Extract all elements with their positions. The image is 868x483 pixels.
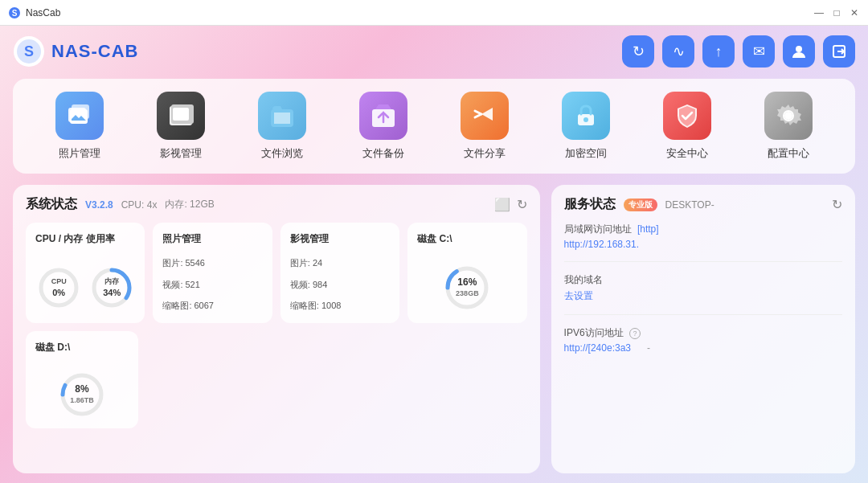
logo-area: S NAS-CAB xyxy=(13,35,138,68)
ipv6-help-icon[interactable]: ? xyxy=(629,328,641,339)
photos-stat-card: 照片管理 图片: 5546 视频: 521 缩略图: 6067 xyxy=(153,223,272,323)
app-item-files[interactable]: 文件浏览 xyxy=(250,92,314,161)
app-label-encrypt: 加密空间 xyxy=(565,146,607,161)
status-cpu-info: CPU: 4x xyxy=(121,199,158,211)
cpu-mem-title: CPU / 内存 使用率 xyxy=(35,232,135,246)
mem-value: 34% xyxy=(103,287,121,298)
service-refresh-button[interactable]: ↻ xyxy=(832,197,842,212)
mail-button[interactable]: ✉ xyxy=(743,35,775,68)
service-actions: ↻ xyxy=(832,197,842,212)
photos-videos: 视频: 521 xyxy=(162,277,262,293)
disk-d-percent: 8% xyxy=(70,383,94,396)
ipv6-url[interactable]: http://[240e:3a3 xyxy=(564,342,631,354)
pulse-button[interactable]: ∿ xyxy=(662,35,694,68)
minimize-button[interactable]: — xyxy=(813,7,825,18)
status-screen-button[interactable]: ⬜ xyxy=(494,197,510,212)
cpu-label: CPU xyxy=(51,277,67,287)
disk-c-gauge: 16% 238GB xyxy=(417,262,517,313)
status-version: V3.2.8 xyxy=(85,199,113,211)
disk-c-percent: 16% xyxy=(456,276,479,289)
exit-button[interactable] xyxy=(823,35,855,68)
files-icon xyxy=(268,101,297,130)
lan-label: 局域网访问地址 [http] xyxy=(564,223,842,236)
service-title: 服务状态 xyxy=(564,196,616,213)
encrypt-icon xyxy=(571,101,600,130)
app-label-config: 配置中心 xyxy=(768,146,809,161)
status-title: 系统状态 xyxy=(26,196,77,213)
domain-label: 我的域名 xyxy=(564,273,842,287)
app-item-security[interactable]: 安全中心 xyxy=(655,92,719,161)
app-item-config[interactable]: 配置中心 xyxy=(756,92,821,161)
cpu-gauge-circle: CPU 0% xyxy=(37,266,80,309)
toolbar-icons: ↻ ∿ ↑ ✉ xyxy=(622,35,855,68)
app-label-security: 安全中心 xyxy=(666,146,708,161)
svg-rect-12 xyxy=(173,108,189,121)
media-stat-card: 影视管理 图片: 24 视频: 984 缩略图: 1008 xyxy=(280,223,399,323)
app-item-backup[interactable]: 文件备份 xyxy=(351,92,416,161)
disk-c-size: 238GB xyxy=(456,289,479,299)
disk-c-card: 磁盘 C:\ 16% 238GB xyxy=(407,223,526,323)
svg-rect-9 xyxy=(70,109,88,124)
status-actions: ⬜ ↻ xyxy=(494,197,527,212)
security-icon xyxy=(673,101,702,130)
app-item-media[interactable]: 影视管理 xyxy=(149,92,213,161)
media-thumbs: 缩略图: 1008 xyxy=(290,298,390,313)
status-mem-info: 内存: 12GB xyxy=(165,198,214,211)
apps-panel: 照片管理 影视管理 文件浏览 xyxy=(13,79,855,174)
ipv6-label: IPV6访问地址 ? xyxy=(564,326,842,340)
user-button[interactable] xyxy=(783,35,815,68)
titlebar-title: NasCab xyxy=(26,7,60,18)
disk-c-gauge-label: 16% 238GB xyxy=(456,276,479,298)
app-label-share: 文件分享 xyxy=(464,146,506,161)
disk-c-gauge-circle: 16% 238GB xyxy=(443,264,491,312)
media-images: 图片: 24 xyxy=(290,256,390,271)
svg-text:S: S xyxy=(12,9,18,18)
service-panel: 服务状态 专业版 DESKTOP- ↻ 局域网访问地址 [http] http:… xyxy=(551,185,855,473)
photos-images: 图片: 5546 xyxy=(162,256,262,271)
titlebar-logo-icon: S xyxy=(8,6,21,19)
app-logo-icon: S xyxy=(13,35,45,68)
mem-gauge: 内存 34% xyxy=(90,266,133,309)
photos-thumbs: 缩略图: 6067 xyxy=(162,298,262,313)
cpu-gauge: CPU 0% xyxy=(37,266,80,309)
ipv6-dash: - xyxy=(647,342,650,354)
disk-d-gauge: 8% 1.86TB xyxy=(35,370,129,419)
app-label-files: 文件浏览 xyxy=(261,146,303,161)
app-item-share[interactable]: 文件分享 xyxy=(452,92,517,161)
cpu-value: 0% xyxy=(51,287,67,298)
disk-d-card: 磁盘 D:\ 8% 1.86TB xyxy=(26,331,138,428)
service-item-lan: 局域网访问地址 [http] http://192.168.31. xyxy=(564,223,842,250)
app-label-backup: 文件备份 xyxy=(362,146,404,161)
maximize-button[interactable]: □ xyxy=(831,7,842,18)
lan-url[interactable]: http://192.168.31. xyxy=(564,239,842,250)
app-item-encrypt[interactable]: 加密空间 xyxy=(554,92,618,161)
disk-d-size: 1.86TB xyxy=(70,396,94,406)
cpu-mem-card: CPU / 内存 使用率 CPU 0% xyxy=(26,223,145,323)
status-refresh-button[interactable]: ↻ xyxy=(517,197,527,212)
media-videos: 视频: 984 xyxy=(290,277,390,293)
disk-d-title: 磁盘 D:\ xyxy=(35,341,129,354)
pro-badge: 专业版 xyxy=(624,199,657,211)
upload-button[interactable]: ↑ xyxy=(702,35,735,68)
config-icon xyxy=(774,101,803,130)
titlebar-left: S NasCab xyxy=(8,6,60,19)
titlebar-controls: — □ ✕ xyxy=(813,7,860,18)
app-logo-text: NAS-CAB xyxy=(51,41,138,62)
domain-value[interactable]: 去设置 xyxy=(564,289,842,303)
titlebar: S NasCab — □ ✕ xyxy=(0,0,868,26)
close-button[interactable]: ✕ xyxy=(849,7,860,18)
photos-icon xyxy=(65,101,94,130)
app-item-photos[interactable]: 照片管理 xyxy=(47,92,112,161)
cpu-mem-gauges: CPU 0% xyxy=(35,262,135,313)
mem-gauge-label: 内存 34% xyxy=(103,277,121,298)
mem-gauge-circle: 内存 34% xyxy=(90,266,133,309)
svg-point-5 xyxy=(796,46,802,52)
photos-stat-title: 照片管理 xyxy=(162,232,262,246)
refresh-button[interactable]: ↻ xyxy=(622,35,654,68)
svg-point-15 xyxy=(583,117,588,122)
app-label-photos: 照片管理 xyxy=(59,146,100,161)
main-window: S NAS-CAB ↻ ∿ ↑ ✉ xyxy=(0,26,868,483)
media-icon xyxy=(166,101,195,130)
status-panel: 系统状态 V3.2.8 CPU: 4x 内存: 12GB ⬜ ↻ CPU / 内… xyxy=(13,185,540,473)
service-item-domain: 我的域名 去设置 xyxy=(564,273,842,303)
